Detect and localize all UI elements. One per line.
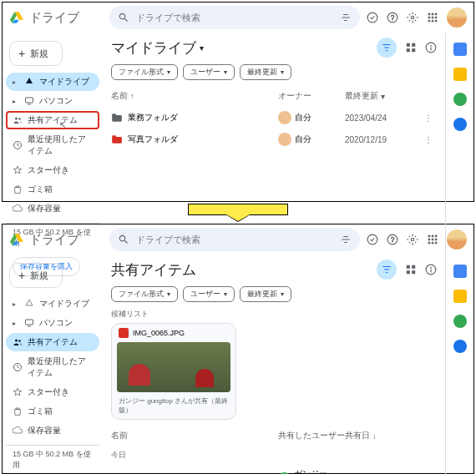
file-row[interactable]: 写真フォルダ 自分 2020/12/19 ⋮ [111,129,437,150]
svg-rect-13 [26,98,33,103]
grid-view-icon[interactable] [405,42,417,53]
svg-text:?: ? [391,14,395,22]
svg-point-7 [428,17,430,18]
app-title: ドライブ [29,232,79,248]
chip-filetype[interactable]: ファイル形式 [111,64,178,80]
grid-view-icon[interactable] [405,264,417,275]
more-icon[interactable]: ⋮ [420,135,437,144]
svg-rect-44 [412,270,415,274]
side-contacts-icon[interactable] [453,118,467,131]
side-tasks-icon[interactable] [453,93,467,106]
nav-storage[interactable]: 保存容量 [6,421,99,440]
card-thumbnail [117,342,230,392]
svg-rect-37 [26,320,33,325]
page-title[interactable]: マイドライブ▾ [111,38,204,58]
svg-rect-19 [407,48,410,52]
svg-point-9 [435,17,437,18]
drive-logo[interactable]: ドライブ [9,232,103,248]
chip-updated[interactable]: 最終更新 [240,286,291,302]
info-icon[interactable] [425,42,437,53]
svg-point-10 [428,20,430,22]
svg-point-5 [432,13,433,15]
storage-text: 15 GB 中 50.2 MB を使用 [6,445,99,474]
nav-storage[interactable]: 保存容量 [6,199,99,218]
nav-mydrive[interactable]: ▸マイドライブ [6,73,99,91]
search-bar[interactable] [109,6,360,29]
svg-point-11 [432,20,433,22]
svg-rect-17 [407,43,410,47]
nav-mydrive[interactable]: ▸マイドライブ [6,295,99,313]
app-title: ドライブ [29,10,79,26]
svg-point-14 [15,118,18,120]
side-keep-icon[interactable] [453,68,467,81]
side-keep-icon[interactable] [453,290,467,303]
new-button[interactable]: +新規 [9,263,63,288]
svg-rect-18 [412,43,415,47]
svg-point-22 [430,45,432,47]
nav-trash[interactable]: ゴミ箱 [6,180,99,199]
svg-rect-43 [407,270,410,274]
suggestion-card[interactable]: IMG_0065.JPG ガンジー gungitop さんが共有（最終版） [111,323,236,420]
more-icon[interactable]: ⋮ [420,113,437,123]
svg-point-3 [411,16,414,19]
side-calendar-icon[interactable] [453,43,467,56]
section-label: 候補リスト [111,309,437,320]
image-file-icon [119,328,129,338]
svg-point-4 [428,13,430,15]
svg-rect-41 [407,265,410,269]
svg-point-0 [367,13,377,23]
svg-point-6 [435,13,437,15]
svg-rect-23 [430,47,431,50]
svg-point-8 [432,17,433,18]
group-label: 今日 [111,450,437,461]
svg-point-39 [18,340,21,342]
filter-button[interactable] [377,260,397,280]
offline-icon[interactable] [367,12,378,23]
column-headers: 名前 共有したユーザー 共有日↓ [111,426,437,446]
cursor-icon: ↖ [59,120,66,129]
nav-computers[interactable]: ▸パソコン [6,314,99,332]
owner-avatar [278,111,291,124]
drive-logo[interactable]: ドライブ [9,10,103,26]
help-icon[interactable]: ? [387,12,398,23]
chip-updated[interactable]: 最終更新 [240,64,291,80]
info-icon[interactable] [425,264,437,275]
chip-filetype[interactable]: ファイル形式 [111,286,178,302]
search-icon [118,12,129,23]
nav-shared[interactable]: 共有アイテム↖ [6,111,99,129]
nav-starred[interactable]: スター付き [6,383,99,401]
filter-button[interactable] [377,38,397,58]
nav-trash[interactable]: ゴミ箱 [6,402,99,421]
chip-user[interactable]: ユーザー [183,64,235,80]
nav-recent[interactable]: 最近使用したアイテム [6,130,99,160]
file-row[interactable]: IMG_0065.JPG ガガンジー gun... 15:57 ⋮ [111,464,437,474]
svg-point-15 [18,118,21,120]
chip-user[interactable]: ユーザー [183,286,235,302]
svg-point-46 [430,267,432,269]
svg-point-38 [15,340,18,342]
account-avatar[interactable] [447,229,467,250]
nav-starred[interactable]: スター付き [6,161,99,179]
nav-recent[interactable]: 最近使用したアイテム [6,352,99,382]
nav-computers[interactable]: ▸パソコン [6,92,99,110]
search-input[interactable] [136,13,333,23]
svg-rect-47 [430,269,431,272]
page-title: 共有アイテム [111,260,196,280]
svg-rect-20 [412,48,415,52]
owner-avatar [278,133,291,146]
file-row[interactable]: 業務フォルダ 自分 2023/04/24 ⋮ [111,107,437,129]
flow-arrow [188,204,288,215]
svg-point-12 [435,20,437,22]
nav-shared[interactable]: 共有アイテム [6,333,99,351]
search-options-icon[interactable] [340,12,352,23]
svg-rect-42 [412,265,415,269]
side-contacts-icon[interactable] [453,340,467,353]
column-headers: 名前↑ オーナー 最終更新▾ [111,87,437,107]
new-button[interactable]: +新規 [9,41,63,66]
side-calendar-icon[interactable] [453,265,467,278]
apps-icon[interactable] [427,12,438,23]
settings-icon[interactable] [407,12,418,23]
account-avatar[interactable] [447,8,467,28]
side-tasks-icon[interactable] [453,315,467,328]
